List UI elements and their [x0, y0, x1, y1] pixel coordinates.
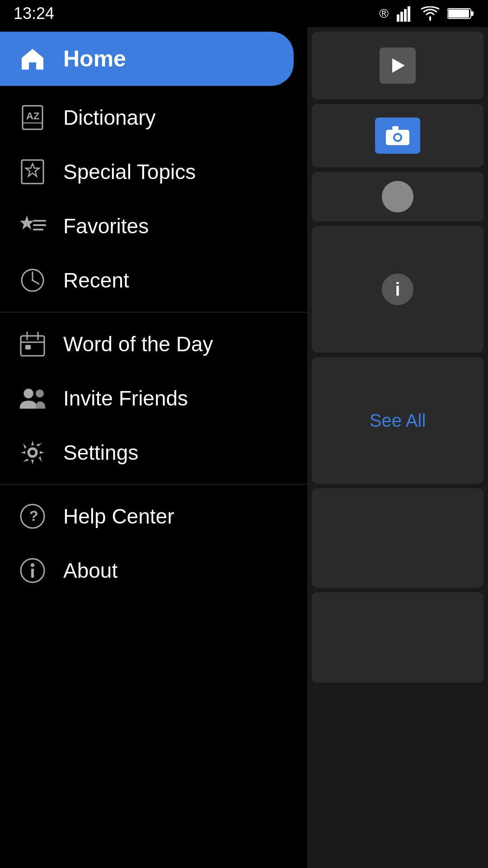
info-icon: [18, 556, 47, 585]
special-topics-icon: [18, 157, 47, 186]
info-circle-large: i: [382, 274, 413, 305]
wifi-icon: [421, 6, 439, 21]
svg-rect-5: [471, 11, 474, 16]
invite-friends-label: Invite Friends: [63, 386, 188, 410]
right-card-play: [312, 32, 483, 99]
svg-marker-12: [20, 216, 34, 230]
nav-item-favorites[interactable]: Favorites: [0, 199, 307, 253]
nav-drawer: Home AZ Dictionary Special Topics: [0, 27, 307, 868]
svg-rect-23: [25, 345, 31, 349]
toggle-circle: [382, 181, 413, 212]
friends-icon: [18, 384, 47, 413]
word-of-the-day-label: Word of the Day: [63, 332, 213, 356]
right-card-section: [312, 488, 483, 588]
nav-item-home[interactable]: Home: [0, 32, 294, 86]
home-label: Home: [63, 46, 126, 72]
calendar-icon: [18, 330, 47, 359]
battery-icon: [447, 7, 474, 20]
right-card-info: i: [312, 226, 483, 353]
about-label: About: [63, 558, 117, 583]
status-bar: 13:24 ®: [0, 0, 488, 27]
svg-marker-33: [392, 58, 405, 73]
divider-2: [0, 484, 307, 485]
svg-rect-32: [31, 569, 34, 578]
svg-rect-19: [21, 336, 44, 356]
see-all-label: See All: [370, 410, 426, 431]
settings-label: Settings: [63, 440, 138, 465]
right-card-extra: [312, 687, 483, 760]
registered-icon: ®: [379, 6, 389, 21]
right-card-camera: [312, 104, 483, 167]
svg-rect-2: [404, 9, 407, 22]
svg-point-31: [31, 563, 34, 567]
svg-text:?: ?: [29, 508, 38, 524]
svg-rect-37: [392, 126, 399, 130]
help-icon: ?: [18, 502, 47, 531]
right-card-toggle: [312, 172, 483, 222]
special-topics-label: Special Topics: [63, 160, 196, 184]
home-icon: [18, 44, 47, 73]
status-time: 13:24: [14, 4, 54, 23]
svg-rect-0: [397, 14, 399, 22]
svg-text:AZ: AZ: [26, 110, 39, 122]
nav-item-dictionary[interactable]: AZ Dictionary: [0, 90, 307, 145]
signal-icon: [397, 5, 413, 22]
svg-rect-6: [448, 9, 469, 18]
nav-item-recent[interactable]: Recent: [0, 253, 307, 307]
svg-point-27: [29, 449, 36, 456]
svg-rect-3: [408, 6, 410, 22]
recent-icon: [18, 266, 47, 295]
svg-rect-1: [400, 12, 403, 22]
svg-point-25: [36, 389, 44, 397]
svg-line-18: [33, 280, 39, 284]
favorites-icon: [18, 212, 47, 241]
svg-point-24: [23, 389, 33, 398]
dictionary-label: Dictionary: [63, 105, 156, 130]
status-icons: ®: [379, 5, 474, 22]
divider-1: [0, 312, 307, 312]
right-card-seeall: See All: [312, 357, 483, 484]
camera-icon: [375, 118, 420, 154]
nav-item-about[interactable]: About: [0, 543, 307, 598]
nav-item-word-of-the-day[interactable]: Word of the Day: [0, 317, 307, 371]
svg-point-36: [395, 135, 400, 140]
main-layout: Home AZ Dictionary Special Topics: [0, 27, 488, 868]
nav-item-invite-friends[interactable]: Invite Friends: [0, 371, 307, 425]
recent-label: Recent: [63, 268, 129, 292]
svg-marker-11: [26, 164, 39, 176]
play-store-icon: [380, 47, 416, 84]
dictionary-icon: AZ: [18, 103, 47, 132]
settings-icon: [18, 438, 47, 467]
help-center-label: Help Center: [63, 504, 174, 528]
favorites-label: Favorites: [63, 214, 149, 238]
nav-item-help-center[interactable]: ? Help Center: [0, 489, 307, 543]
right-card-bottom: [312, 592, 483, 683]
right-panel: i See All: [307, 27, 488, 868]
nav-item-settings[interactable]: Settings: [0, 425, 307, 480]
nav-item-special-topics[interactable]: Special Topics: [0, 145, 307, 199]
